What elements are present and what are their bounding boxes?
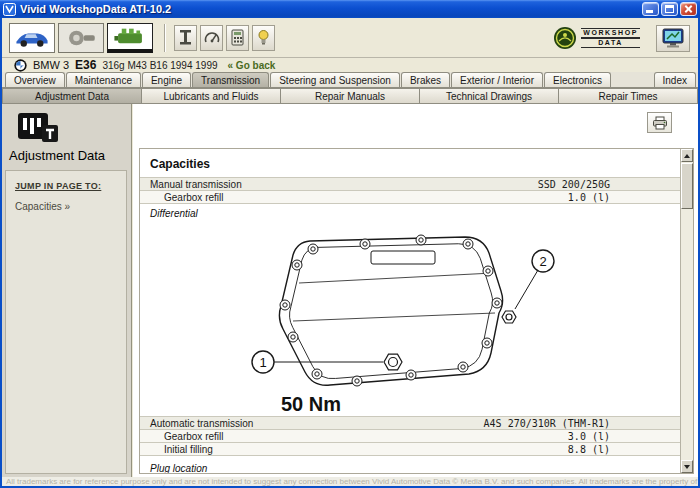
jump-link-capacities[interactable]: Capacities »: [15, 201, 117, 212]
tab-exterior-interior[interactable]: Exterior / Interior: [451, 72, 543, 87]
data-pane: Capacities Manual transmission SSD 200/2…: [139, 148, 694, 474]
table-row: Initial filling 8.8 (l): [140, 442, 680, 456]
jump-in-page-heading: JUMP IN PAGE TO:: [15, 181, 117, 191]
app-icon: [3, 3, 16, 16]
sidebar: Adjustment Data JUMP IN PAGE TO: Capacit…: [2, 104, 132, 478]
content-area: Capacities Manual transmission SSD 200/2…: [133, 104, 698, 478]
sidebar-title: Adjustment Data: [9, 148, 105, 163]
jump-panel: JUMP IN PAGE TO: Capacities »: [5, 170, 127, 474]
tab-lubricants-fluids[interactable]: Lubricants and Fluids: [141, 88, 281, 104]
tab-maintenance[interactable]: Maintenance: [66, 72, 141, 87]
row-value: 3.0 (l): [568, 431, 680, 442]
tab-repair-manuals[interactable]: Repair Manuals: [280, 88, 420, 104]
row-label: Gearbox refill: [140, 192, 223, 203]
computer-icon: [661, 28, 685, 49]
vehicle-details: 316g M43 B16 1994 1999: [102, 60, 217, 71]
help-button[interactable]: [252, 25, 275, 51]
arrow-up-icon: [684, 154, 690, 158]
scroll-up-button[interactable]: [681, 149, 693, 162]
parts-tab[interactable]: [58, 23, 104, 53]
tab-transmission[interactable]: Transmission: [192, 72, 269, 87]
maximize-button[interactable]: [661, 2, 678, 16]
vertical-scrollbar[interactable]: [680, 149, 693, 473]
row-value: 1.0 (l): [568, 192, 680, 203]
engine-tab[interactable]: [107, 23, 153, 53]
print-button[interactable]: [647, 112, 672, 133]
vehicle-tab[interactable]: [9, 23, 55, 53]
footer-disclaimer: All trademarks are for reference purpose…: [2, 477, 698, 486]
calculator-button[interactable]: [226, 25, 249, 51]
tab-adjustment-data[interactable]: Adjustment Data: [2, 88, 142, 104]
lift-icon: [178, 29, 193, 46]
title-bar: Vivid WorkshopData ATI-10.2: [0, 0, 700, 18]
row-label: Gearbox refill: [140, 431, 223, 442]
e-services-button[interactable]: [656, 25, 690, 52]
tab-engine[interactable]: Engine: [142, 72, 191, 87]
callout-2-label: 2: [539, 254, 546, 269]
section-title: Capacities: [150, 157, 680, 171]
tab-overview[interactable]: Overview: [5, 72, 65, 87]
callout-1-label: 1: [259, 355, 266, 370]
torque-label: 50 Nm: [281, 393, 341, 415]
tab-repair-times[interactable]: Repair Times: [558, 88, 698, 104]
differential-note: Differential: [150, 208, 680, 219]
logo-line-2: DATA: [581, 38, 640, 48]
pane-body: Capacities Manual transmission SSD 200/2…: [140, 149, 680, 473]
car-icon: [13, 27, 51, 49]
tab-steering-suspension[interactable]: Steering and Suspension: [270, 72, 400, 87]
minimize-button[interactable]: [642, 2, 659, 16]
toolbar: WORKSHOP DATA: [2, 18, 698, 58]
bmw-roundel-icon: [14, 59, 27, 72]
scrollbar-thumb[interactable]: [681, 163, 693, 209]
window-title: Vivid WorkshopData ATI-10.2: [20, 3, 640, 15]
calculator-icon: [231, 29, 244, 46]
bulb-icon: [257, 29, 270, 46]
toolbar-separator: [164, 24, 166, 52]
tab-index[interactable]: Index: [654, 72, 696, 87]
table-row: Automatic transmission A4S 270/310R (THM…: [140, 416, 680, 430]
row-label: Initial filling: [140, 444, 213, 455]
gauge-button[interactable]: [200, 25, 223, 51]
row-label: Automatic transmission: [140, 418, 253, 429]
adjustment-data-icon: [16, 112, 60, 148]
engine-icon: [113, 25, 147, 47]
row-value: SSD 200/250G: [538, 179, 680, 190]
vehicle-make-model: BMW 3: [33, 59, 69, 71]
tab-technical-drawings[interactable]: Technical Drawings: [419, 88, 559, 104]
logo-line-1: WORKSHOP: [581, 28, 640, 38]
scroll-down-button[interactable]: [681, 460, 693, 473]
table-row: Gearbox refill 1.0 (l): [140, 190, 680, 204]
main-area: Adjustment Data JUMP IN PAGE TO: Capacit…: [2, 104, 698, 478]
go-back-link[interactable]: « Go back: [228, 60, 276, 71]
row-value: 8.8 (l): [568, 444, 680, 455]
vivid-badge-icon: [553, 26, 577, 50]
tab-electronics[interactable]: Electronics: [544, 72, 611, 87]
tab-brakes[interactable]: Brakes: [401, 72, 450, 87]
parts-icon: [64, 27, 98, 49]
table-row: Gearbox refill 3.0 (l): [140, 429, 680, 443]
close-button[interactable]: [680, 2, 697, 16]
workshopdata-logo: WORKSHOP DATA: [553, 26, 640, 50]
primary-tab-row: Overview Maintenance Engine Transmission…: [2, 72, 698, 88]
transmission-diagram: 1 2 50 Nm: [225, 221, 680, 417]
equipment-button[interactable]: [174, 25, 197, 51]
plug-location-note: Plug location: [150, 463, 680, 473]
vehicle-bar: BMW 3 E36 316g M43 B16 1994 1999 « Go ba…: [2, 58, 698, 72]
gauge-icon: [204, 30, 220, 46]
arrow-down-icon: [684, 465, 690, 469]
vehicle-chassis: E36: [75, 58, 96, 72]
table-row: Manual transmission SSD 200/250G: [140, 177, 680, 191]
secondary-tab-row: Adjustment Data Lubricants and Fluids Re…: [2, 88, 698, 104]
row-value: A4S 270/310R (THM-R1): [484, 418, 680, 429]
printer-icon: [652, 116, 668, 130]
row-label: Manual transmission: [140, 179, 242, 190]
